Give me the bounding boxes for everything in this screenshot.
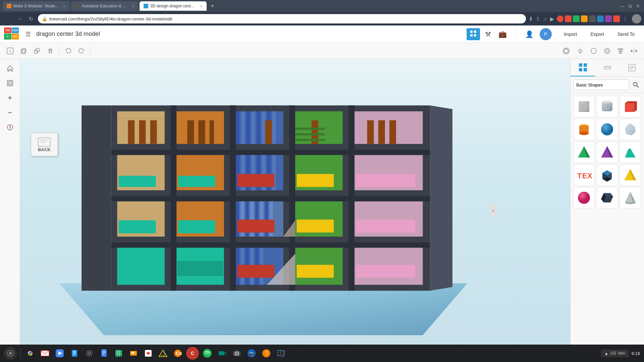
shapes-tab[interactable] <box>571 59 595 76</box>
hole-button[interactable] <box>601 45 613 57</box>
notes-tab[interactable] <box>620 59 644 76</box>
grid-view-button[interactable] <box>467 28 480 40</box>
shape-hollow-box[interactable] <box>573 96 595 117</box>
svg-rect-3 <box>474 34 476 37</box>
menu-icon[interactable]: ☰ <box>24 29 32 39</box>
new-tab-button[interactable]: + <box>208 3 217 10</box>
minimize-button[interactable]: — <box>619 3 626 9</box>
share-icon[interactable]: ⇧ <box>536 16 540 22</box>
taskbar-spotify[interactable] <box>201 347 214 360</box>
export-button[interactable]: Export <box>585 29 609 39</box>
light-button[interactable] <box>574 45 586 57</box>
back-card[interactable]: BACK <box>31 133 58 156</box>
taskbar-colab[interactable]: Co <box>171 347 184 360</box>
tab-make[interactable]: Make It Modular: Student Design... ✕ <box>3 1 70 11</box>
ext-8[interactable] <box>613 15 620 22</box>
search-shapes-button[interactable] <box>631 79 641 90</box>
tab-tinkercad[interactable]: 3D design dragon center 3d mo... ✕ <box>140 1 207 11</box>
taskbar-chrome[interactable] <box>24 347 37 360</box>
hammer-button[interactable]: ⚒ <box>481 28 495 40</box>
user-avatar[interactable]: P <box>540 28 552 40</box>
svg-point-23 <box>591 48 596 54</box>
forward-nav-button[interactable]: → <box>15 15 24 22</box>
align-button[interactable] <box>614 45 627 57</box>
shape-pyramid-green[interactable] <box>573 141 595 163</box>
taskbar-help[interactable]: ? <box>260 347 273 360</box>
close-button[interactable]: ✕ <box>635 3 641 9</box>
tab-autodesk[interactable]: Autodesk Education & Student A... ✕ <box>71 1 138 11</box>
shapes-category-select[interactable]: Basic Shapes <box>573 79 629 90</box>
tab-autodesk-close[interactable]: ✕ <box>131 4 134 8</box>
copy-button[interactable] <box>17 45 30 57</box>
ext-4[interactable] <box>581 15 588 22</box>
taskbar-drive[interactable] <box>157 347 169 360</box>
panel-collapse-button[interactable]: › <box>490 204 496 217</box>
briefcase-button[interactable]: 💼 <box>496 28 509 40</box>
shape-rounded-box[interactable] <box>596 96 618 117</box>
ruler-tab[interactable] <box>595 59 620 76</box>
ext-6[interactable] <box>597 15 604 22</box>
right-panel-tabs <box>571 59 644 77</box>
ext-1[interactable] <box>557 15 564 22</box>
taskbar-files[interactable] <box>68 347 81 360</box>
home-view-button[interactable] <box>3 62 17 75</box>
compass-button[interactable] <box>3 121 17 134</box>
shape-box[interactable] <box>620 96 641 117</box>
zoom-in-button[interactable]: + <box>3 91 17 105</box>
fit-view-button[interactable] <box>3 76 17 90</box>
taskbar-camera[interactable] <box>230 347 243 360</box>
account-button[interactable]: 👤 <box>523 28 536 40</box>
ext-3[interactable] <box>573 15 580 22</box>
ext-7[interactable] <box>605 15 612 22</box>
shape-cube-navy[interactable] <box>596 164 618 186</box>
ext-5[interactable] <box>589 15 596 22</box>
sendto-button[interactable]: Send To <box>612 29 640 39</box>
ext-2[interactable] <box>565 15 572 22</box>
taskbar-sheets[interactable] <box>112 347 125 360</box>
camera-button[interactable] <box>559 45 573 57</box>
shape-cone-gray[interactable] <box>620 187 641 208</box>
taskbar-gmail[interactable] <box>39 347 51 360</box>
profile-avatar[interactable] <box>632 14 641 23</box>
viewport[interactable]: BACK <box>20 59 570 362</box>
taskbar-photos2[interactable]: 📷 <box>245 347 258 360</box>
shape-wedge-teal[interactable] <box>620 141 641 163</box>
bookmark-star-icon[interactable]: ☆ <box>543 16 547 22</box>
taskbar-maps[interactable] <box>275 347 287 360</box>
shape-button[interactable] <box>588 45 600 57</box>
shape-sphere[interactable] <box>596 119 618 140</box>
taskbar-security-icon[interactable] <box>4 347 17 360</box>
mirror-button[interactable] <box>628 45 640 57</box>
duplicate-button[interactable] <box>31 45 43 57</box>
delete-button[interactable] <box>44 45 56 57</box>
taskbar-docs[interactable] <box>98 347 110 360</box>
restore-button[interactable]: ⧉ <box>627 3 633 9</box>
tab-make-close[interactable]: ✕ <box>63 4 66 8</box>
cast-icon[interactable]: ▶ <box>550 16 554 22</box>
curtain-5 <box>257 111 260 144</box>
address-bar[interactable]: 🔒 tinkercad.com/things/2vz58y8D4lo-drago… <box>38 14 526 23</box>
new-shape-button[interactable]: + <box>4 45 16 57</box>
shape-pyramid-yellow[interactable] <box>620 164 641 186</box>
shape-cylinder[interactable] <box>573 119 595 140</box>
shape-irregular[interactable] <box>620 119 641 140</box>
taskbar-settings[interactable] <box>83 347 96 360</box>
zoom-out-button[interactable]: − <box>3 106 17 119</box>
shape-pyramid-purple[interactable] <box>596 141 618 163</box>
back-nav-button[interactable]: ← <box>3 15 12 22</box>
tab-tinkercad-close[interactable]: ✕ <box>200 4 203 8</box>
import-button[interactable]: Import <box>558 29 583 39</box>
undo-button[interactable] <box>62 45 74 57</box>
shape-text[interactable]: TEXT <box>573 164 595 186</box>
taskbar-unknown[interactable]: C <box>186 347 199 360</box>
taskbar-slides[interactable] <box>127 347 140 360</box>
shape-prism-blue[interactable] <box>596 187 618 208</box>
taskbar-play[interactable] <box>53 347 66 360</box>
download-icon[interactable]: ⬇ <box>529 16 533 22</box>
extensions-menu-icon[interactable]: ⋮ <box>623 16 628 22</box>
taskbar-photos[interactable] <box>142 347 155 360</box>
taskbar-meet[interactable] <box>216 347 228 360</box>
reload-nav-button[interactable]: ↻ <box>27 15 35 23</box>
redo-button[interactable] <box>75 45 88 57</box>
shape-sphere-pink[interactable] <box>573 187 595 208</box>
